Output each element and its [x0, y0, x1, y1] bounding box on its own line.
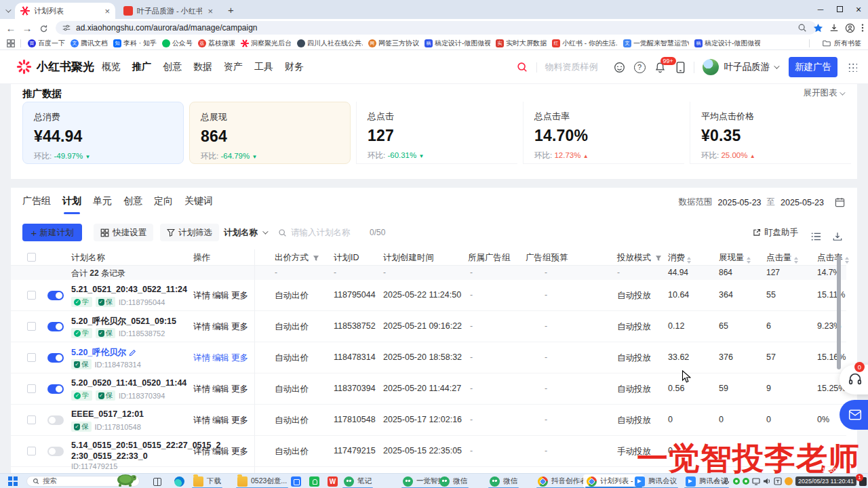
row-toggle[interactable] [47, 353, 64, 363]
manage-tab[interactable]: 广告组 [22, 195, 51, 214]
nav-item[interactable]: 资产 [224, 61, 243, 73]
edit-link[interactable]: 编辑 [212, 321, 229, 333]
detail-link[interactable]: 详情 [193, 290, 210, 302]
reload-button[interactable] [35, 22, 52, 34]
edit-link[interactable]: 编辑 [212, 384, 229, 395]
row-checkbox[interactable] [27, 447, 36, 455]
col-ctr[interactable]: 点击率 [817, 252, 849, 264]
nav-item[interactable]: 推广 [132, 61, 151, 73]
site-settings-icon[interactable] [62, 24, 71, 32]
edit-link[interactable]: 编辑 [212, 446, 229, 458]
bookmark-item[interactable]: 稿 稿定设计-做图做视... [694, 39, 760, 48]
taskbar-item[interactable] [288, 474, 304, 488]
tab-search-chevron-icon[interactable] [5, 5, 9, 15]
bookmark-star-icon[interactable] [813, 23, 823, 33]
tab-close-icon[interactable]: × [208, 6, 213, 16]
material-search-placeholder[interactable]: 物料资质样例 [545, 61, 605, 73]
bookmark-item[interactable]: 荔 荔枝微课 [198, 39, 235, 48]
menu-dots-icon[interactable] [861, 23, 864, 33]
bookmark-item[interactable]: 实 实时大屏数据 [496, 39, 547, 48]
row-checkbox[interactable] [27, 384, 36, 393]
all-bookmarks-button[interactable]: 所有书签 [823, 39, 861, 48]
manage-tab[interactable]: 关键词 [184, 195, 213, 214]
message-float[interactable] [840, 400, 868, 430]
edit-link[interactable]: 编辑 [212, 352, 229, 364]
new-plan-button[interactable]: +新建计划 [22, 224, 82, 241]
window-minimize-button[interactable]: ─ [811, 5, 830, 14]
plan-name[interactable]: EEEE_0517_12:01 [71, 409, 144, 419]
more-link[interactable]: 更多 [231, 446, 248, 458]
expand-chart-button[interactable]: 展开图表 [804, 87, 844, 99]
window-maximize-button[interactable] [830, 5, 849, 14]
search-field-selector[interactable]: 计划名称 [224, 224, 267, 241]
detail-link[interactable]: 详情 [193, 415, 210, 426]
more-link[interactable]: 更多 [231, 290, 248, 302]
new-tab-button[interactable]: + [228, 4, 234, 16]
apps-grid-icon[interactable] [848, 62, 857, 72]
row-toggle[interactable] [47, 322, 64, 331]
col-mode[interactable]: 投放模式 [617, 252, 662, 264]
bookmark-item[interactable]: 红 小红书 - 你的生活... [552, 39, 618, 48]
start-button[interactable] [8, 476, 18, 486]
plan-name[interactable]: 5.20_呼伦贝尔_0521_09:15 [71, 316, 176, 327]
row-toggle[interactable] [47, 384, 64, 394]
table-scrollbar[interactable] [837, 256, 841, 369]
feedback-smiley-icon[interactable] [614, 62, 625, 73]
edit-pencil-icon[interactable] [129, 349, 136, 357]
notifications[interactable]: 99+ [654, 61, 666, 73]
new-ad-button[interactable]: 新建广告 [789, 57, 837, 77]
mobile-icon[interactable] [675, 62, 686, 73]
taskbar-item[interactable] [171, 474, 188, 488]
user-name[interactable]: 叶子品质游 [724, 61, 770, 73]
bookmark-item[interactable]: 稿 稿定设计-做图做视... [425, 39, 490, 48]
bookmark-item[interactable]: 文 一觉醒来智慧运营v... [623, 39, 689, 48]
plan-name[interactable]: 5.20_0520_11:41_0520_11:44 [71, 378, 186, 388]
taskbar-item[interactable] [149, 474, 165, 488]
taskbar-item[interactable]: 笔记 [340, 474, 375, 488]
date-to[interactable]: 2025-05-23 [781, 198, 824, 207]
plan-name[interactable]: 5.20_呼伦贝尔 [71, 347, 136, 359]
quick-settings-button[interactable]: 快捷设置 [94, 224, 153, 241]
col-cost[interactable]: 消费 [668, 252, 691, 264]
stat-card[interactable]: 总点击 127 环比: -60.31% ▼ [356, 102, 517, 164]
row-toggle[interactable] [47, 415, 64, 425]
row-checkbox[interactable] [27, 291, 36, 300]
export-icon[interactable] [833, 228, 842, 245]
url-bar[interactable]: ad.xiaohongshu.com/aurora/ad/manage/camp… [56, 21, 816, 35]
row-checkbox[interactable] [27, 322, 36, 331]
nav-item[interactable]: 创意 [163, 61, 182, 73]
nav-item[interactable]: 概览 [102, 61, 121, 73]
monitor-assistant-button[interactable]: 盯盘助手 [753, 224, 798, 241]
browser-tab[interactable]: 叶子品质游 - 小红书搜索 × [118, 3, 218, 19]
date-from[interactable]: 2025-05-23 [718, 198, 762, 207]
row-toggle[interactable] [47, 291, 64, 300]
more-link[interactable]: 更多 [231, 321, 248, 333]
bookmark-item[interactable]: 公众号 [162, 39, 193, 48]
forward-button[interactable]: → [19, 22, 35, 34]
zoom-icon[interactable] [797, 23, 807, 33]
nav-item[interactable]: 财务 [285, 61, 304, 73]
detail-link[interactable]: 详情 [193, 321, 210, 333]
manage-tab[interactable]: 单元 [93, 195, 112, 214]
detail-link[interactable]: 详情 [193, 352, 210, 364]
edit-link[interactable]: 编辑 [212, 415, 229, 426]
more-link[interactable]: 更多 [231, 384, 248, 395]
taskbar-item[interactable]: W [324, 474, 341, 488]
back-button[interactable]: ← [3, 22, 19, 34]
side-panel-icon[interactable] [7, 39, 15, 47]
customer-service-float[interactable]: 0 [840, 365, 868, 394]
row-toggle[interactable] [47, 447, 64, 456]
profile-icon[interactable] [845, 23, 855, 33]
taskbar-item[interactable]: 0523创意... [234, 474, 290, 488]
row-checkbox[interactable] [27, 353, 36, 362]
manage-tab[interactable]: 创意 [123, 195, 142, 214]
taskbar-item[interactable]: 微信 [436, 474, 471, 488]
column-settings-icon[interactable] [811, 228, 821, 245]
col-imp[interactable]: 展现量 [719, 252, 751, 264]
app-logo[interactable]: 小红书聚光 [16, 59, 94, 75]
nav-item[interactable]: 工具 [254, 61, 273, 73]
avatar[interactable] [703, 59, 719, 75]
browser-tab[interactable]: 计划列表 × [15, 3, 115, 19]
user-menu-chevron-icon[interactable] [774, 63, 779, 68]
stat-card[interactable]: 平均点击价格 ¥0.35 环比: 25.00% ▲ [690, 102, 851, 164]
